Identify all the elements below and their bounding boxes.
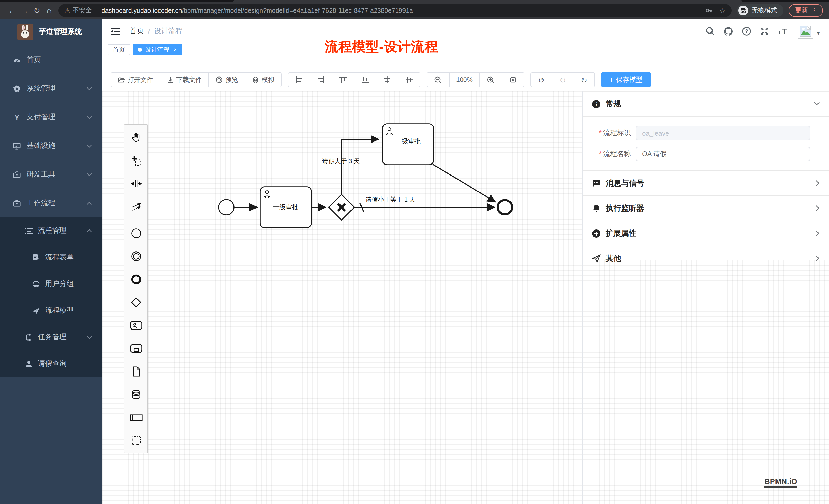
process-key-input[interactable] <box>636 126 810 140</box>
sidebar-menu: 首页 系统管理 ¥ 支付管理 基础设施 研发工具 <box>0 45 102 377</box>
process-name-input[interactable] <box>636 147 810 161</box>
monitor-icon <box>13 142 21 150</box>
sidebar-item-process-form[interactable]: 流程表单 <box>0 244 102 271</box>
incognito-icon <box>738 6 748 15</box>
user-task-shape-level2[interactable]: 二级审批 <box>383 124 434 165</box>
align-right-button[interactable] <box>310 72 332 87</box>
main-content: 打开文件 下载文件 预览 模拟 <box>102 56 829 504</box>
bpmn-io-watermark[interactable]: BPMN.iO <box>764 477 797 488</box>
sidebar-item-leave-query[interactable]: 请假查询 <box>0 350 102 377</box>
sidebar-item-task-management[interactable]: 任务管理 <box>0 324 102 350</box>
sidebar-item-user-group[interactable]: 用户分组 <box>0 271 102 297</box>
exclusive-gateway-shape[interactable] <box>329 194 354 220</box>
zoom-out-button[interactable] <box>427 72 449 87</box>
sidebar-item-home[interactable]: 首页 <box>0 45 102 74</box>
align-bottom-button[interactable] <box>354 72 376 87</box>
app-logo-row[interactable]: 芋道管理系统 <box>0 19 102 44</box>
update-button[interactable]: 更新 ⋮ <box>789 4 823 17</box>
caret-down-icon: ▾ <box>817 30 820 36</box>
home-icon[interactable]: ⌂ <box>43 6 55 15</box>
preview-button[interactable]: 预览 <box>208 72 245 87</box>
sidebar-item-label: 系统管理 <box>27 84 55 93</box>
redo-icon: ↻ <box>560 76 566 84</box>
chevron-up-icon <box>86 201 92 205</box>
browser-active-tab[interactable] <box>233 0 743 2</box>
sidebar-item-infrastructure[interactable]: 基础设施 <box>0 131 102 160</box>
align-left-button[interactable] <box>288 72 310 87</box>
reload-icon[interactable]: ↻ <box>31 6 43 15</box>
zoom-level[interactable]: 100% <box>449 72 480 87</box>
flow-gateway-to-end[interactable]: 请假小于等于 1 天 <box>354 196 495 212</box>
sidebar-item-devtools[interactable]: 研发工具 <box>0 160 102 189</box>
process-name-label: *流程名称 <box>583 149 636 159</box>
workflow-submenu: 流程管理 流程表单 用户分组 流程模型 任务管理 <box>0 218 102 377</box>
section-execution-listener[interactable]: 执行监听器 <box>583 196 829 221</box>
button-label: 打开文件 <box>128 75 153 84</box>
section-message-signal[interactable]: 消息与信号 <box>583 171 829 195</box>
flow-task2-to-end[interactable] <box>433 164 496 202</box>
align-center-vertical-button[interactable] <box>398 72 421 87</box>
github-icon[interactable] <box>724 26 733 36</box>
tab-design-process[interactable]: 设计流程 × <box>133 44 182 55</box>
start-event-shape[interactable] <box>219 200 234 215</box>
sidebar-item-workflow[interactable]: 工作流程 <box>0 189 102 218</box>
breadcrumb-home[interactable]: 首页 <box>130 27 144 36</box>
tab-home[interactable]: 首页 <box>108 44 130 55</box>
align-center-horizontal-button[interactable] <box>376 72 398 87</box>
chevron-right-icon <box>816 230 820 236</box>
forward-icon[interactable]: → <box>19 6 31 15</box>
user-task-shape-level1[interactable]: 一级审批 <box>260 187 311 228</box>
end-event-shape[interactable] <box>498 200 512 215</box>
help-icon[interactable]: ? <box>742 27 751 36</box>
simulate-button[interactable]: 模拟 <box>245 72 282 87</box>
sidebar-item-label: 用户分组 <box>45 279 74 288</box>
undo-button[interactable]: ↺ <box>531 72 552 87</box>
key-icon[interactable] <box>705 7 713 14</box>
security-label[interactable]: 不安全 <box>73 6 92 15</box>
sidebar-item-process-model[interactable]: 流程模型 <box>0 297 102 324</box>
section-general[interactable]: i 常规 <box>583 91 829 116</box>
sidebar-item-label: 支付管理 <box>27 113 55 122</box>
designer-toolbar: 打开文件 下载文件 预览 模拟 <box>102 56 829 91</box>
chevron-down-icon <box>86 173 92 176</box>
section-extension-attributes[interactable]: 扩展属性 <box>583 221 829 245</box>
search-icon[interactable] <box>706 27 715 36</box>
flow-gateway-to-task2[interactable]: 请假大于 3 天 <box>322 139 379 194</box>
download-file-button[interactable]: 下载文件 <box>160 72 209 87</box>
sidebar-item-label: 请假查询 <box>38 359 67 369</box>
section-other[interactable]: 其他 <box>583 246 829 271</box>
sidebar-item-process-management[interactable]: 流程管理 <box>0 218 102 244</box>
app-title: 芋道管理系统 <box>39 27 82 36</box>
back-icon[interactable]: ← <box>6 6 19 15</box>
breadcrumb-current: 设计流程 <box>154 27 183 36</box>
chevron-right-icon <box>816 255 820 262</box>
process-key-field: *流程标识 <box>583 124 829 142</box>
redo-button[interactable]: ↻ <box>552 72 574 87</box>
more-menu-icon[interactable]: ⋮ <box>812 7 818 14</box>
url-host: dashboard.yudao.iocoder.cn <box>102 7 182 14</box>
address-bar[interactable]: ⚠ 不安全 dashboard.yudao.iocoder.cn /bpm/ma… <box>58 4 732 17</box>
user-menu[interactable]: ▾ <box>798 24 820 39</box>
restart-button[interactable]: ↻ <box>573 72 595 87</box>
fullscreen-icon[interactable] <box>760 27 769 36</box>
required-marker: * <box>599 150 602 158</box>
chevron-up-icon <box>86 229 92 233</box>
font-size-icon[interactable]: TT <box>778 27 789 35</box>
incognito-label: 无痕模式 <box>752 6 777 15</box>
save-model-button[interactable]: + 保存模型 <box>601 72 651 87</box>
close-icon[interactable]: × <box>174 46 177 53</box>
sidebar-item-system[interactable]: 系统管理 <box>0 74 102 103</box>
open-file-button[interactable]: 打开文件 <box>111 72 160 87</box>
general-fields: *流程标识 *流程名称 <box>583 117 829 170</box>
sidebar: 芋道管理系统 首页 系统管理 ¥ 支付管理 基础设施 <box>0 19 102 504</box>
flow-icon <box>25 333 33 341</box>
star-icon[interactable]: ☆ <box>719 6 726 14</box>
sidebar-item-payment[interactable]: ¥ 支付管理 <box>0 103 102 131</box>
collapse-sidebar-icon[interactable] <box>111 27 120 36</box>
button-label: 模拟 <box>262 75 275 84</box>
align-top-button[interactable] <box>332 72 354 87</box>
section-title: 执行监听器 <box>606 203 644 213</box>
zoom-in-button[interactable] <box>479 72 502 87</box>
zoom-reset-button[interactable] <box>502 72 524 87</box>
incognito-badge: 无痕模式 <box>737 4 784 17</box>
